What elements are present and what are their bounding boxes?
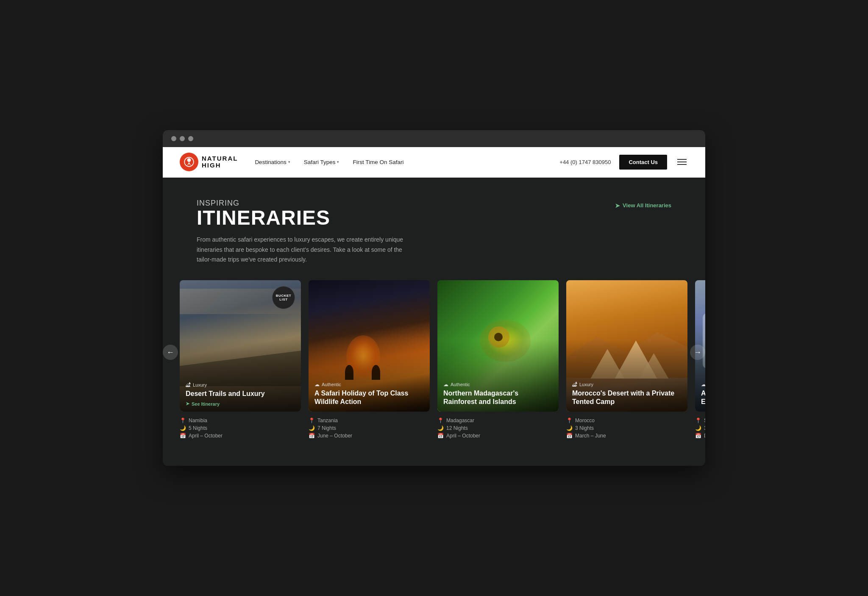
card-meta: 📍 Tanzania 🌙 7 Nights 📅 June – October <box>309 418 430 439</box>
section-header-left: INSPIRING ITINERARIES From authentic saf… <box>197 199 404 265</box>
nights-row: 🌙 7 Nights <box>309 425 430 431</box>
moon-icon: 🌙 <box>309 425 315 431</box>
location-row: 📍 Madagascar <box>437 418 559 423</box>
carousel-wrapper: ← → BUCKETLIST <box>163 280 705 440</box>
phone-number: +44 (0) 1747 830950 <box>559 159 611 165</box>
card-title: Morocco's Desert with a Private Tented C… <box>572 389 682 407</box>
location-icon: 📍 <box>309 418 315 423</box>
moon-icon: 🌙 <box>437 425 444 431</box>
see-itinerary-link[interactable]: ➤ See Itinerary <box>186 401 295 407</box>
season-row: 📅 March – June <box>566 433 687 439</box>
itinerary-card-lapland: ☁ Authentic Arctic Dogs Expedition 📍 Swe… <box>695 280 705 440</box>
calendar-icon: 📅 <box>695 433 701 439</box>
location-icon: 📍 <box>437 418 444 423</box>
season-row: 📅 June – October <box>309 433 430 439</box>
nights-row: 🌙 3 Nights <box>695 425 705 431</box>
authentic-icon: ☁ <box>443 382 448 387</box>
carousel-track: BUCKETLIST 🏕 Luxury Desert Trails and Lu… <box>163 280 705 440</box>
location-icon: 📍 <box>180 418 186 423</box>
card-image-madagascar: ☁ Authentic Northern Madagascar's Rainfo… <box>437 280 559 412</box>
authentic-icon: ☁ <box>701 382 705 387</box>
card-meta: 📍 Swedish Lapland 🌙 3 Nights 📅 December … <box>695 418 705 439</box>
card-type: ☁ Authentic <box>443 382 553 387</box>
location-icon: 📍 <box>695 418 701 423</box>
badge-text: BUCKETLIST <box>276 294 291 302</box>
card-title: Arctic Dogs Expedition <box>701 389 705 407</box>
svg-point-0 <box>187 159 191 162</box>
logo[interactable]: NATURAL HIGH <box>180 153 238 171</box>
chevron-down-icon: ▾ <box>288 160 290 164</box>
browser-dot-3 <box>188 136 193 141</box>
moon-icon: 🌙 <box>180 425 186 431</box>
season-row: 📅 December – April <box>695 433 705 439</box>
card-overlay: 🏕 Luxury Desert Trails and Luxury ➤ See … <box>180 377 301 412</box>
card-image-namibia: BUCKETLIST 🏕 Luxury Desert Trails and Lu… <box>180 280 301 412</box>
arrow-right-icon: ➤ <box>615 202 620 209</box>
carousel-prev-button[interactable]: ← <box>163 345 178 360</box>
calendar-icon: 📅 <box>566 433 573 439</box>
location-row: 📍 Tanzania <box>309 418 430 423</box>
card-overlay: 🏕 Luxury Morocco's Desert with a Private… <box>566 376 687 412</box>
calendar-icon: 📅 <box>180 433 186 439</box>
nights-row: 🌙 12 Nights <box>437 425 559 431</box>
location-row: 📍 Namibia <box>180 418 301 423</box>
nav-links: Destinations ▾ Safari Types ▾ First Time… <box>255 159 559 165</box>
itinerary-card-tanzania: ☁ Authentic A Safari Holiday of Top Clas… <box>309 280 430 440</box>
nav-destinations[interactable]: Destinations ▾ <box>255 159 290 165</box>
card-image-morocco: 🏕 Luxury Morocco's Desert with a Private… <box>566 280 687 412</box>
season-row: 📅 April – October <box>437 433 559 439</box>
card-type: 🏕 Luxury <box>186 382 295 388</box>
section-header: INSPIRING ITINERARIES From authentic saf… <box>197 199 671 265</box>
browser-dot-2 <box>180 136 185 141</box>
hamburger-menu[interactable] <box>676 157 688 167</box>
location-icon: 📍 <box>566 418 573 423</box>
nights-row: 🌙 3 Nights <box>566 425 687 431</box>
section-title: ITINERARIES <box>197 208 404 228</box>
itinerary-card-morocco: 🏕 Luxury Morocco's Desert with a Private… <box>566 280 687 440</box>
authentic-icon: ☁ <box>314 382 320 387</box>
moon-icon: 🌙 <box>695 425 701 431</box>
itinerary-card-namibia: BUCKETLIST 🏕 Luxury Desert Trails and Lu… <box>180 280 301 440</box>
itinerary-card-madagascar: ☁ Authentic Northern Madagascar's Rainfo… <box>437 280 559 440</box>
moon-icon: 🌙 <box>566 425 573 431</box>
nav-safari-types[interactable]: Safari Types ▾ <box>304 159 339 165</box>
browser-window: NATURAL HIGH Destinations ▾ Safari Types… <box>163 130 705 466</box>
card-overlay: ☁ Authentic A Safari Holiday of Top Clas… <box>309 376 430 412</box>
season-row: 📅 April – October <box>180 433 301 439</box>
location-row: 📍 Swedish Lapland <box>695 418 705 423</box>
contact-button[interactable]: Contact Us <box>619 155 667 170</box>
card-overlay: ☁ Authentic Arctic Dogs Expedition <box>695 376 705 412</box>
section-description: From authentic safari experiences to lux… <box>197 235 404 265</box>
luxury-icon: 🏕 <box>572 382 577 387</box>
logo-svg <box>184 156 195 167</box>
hamburger-line <box>677 164 687 165</box>
card-meta: 📍 Madagascar 🌙 12 Nights 📅 April – Octob… <box>437 418 559 439</box>
luxury-icon: 🏕 <box>186 382 191 388</box>
bucket-list-badge: BUCKETLIST <box>272 286 295 309</box>
card-title: Northern Madagascar's Rainforest and Isl… <box>443 389 553 407</box>
calendar-icon: 📅 <box>309 433 315 439</box>
card-title: A Safari Holiday of Top Class Wildlife A… <box>314 389 424 407</box>
card-overlay: ☁ Authentic Northern Madagascar's Rainfo… <box>437 376 559 412</box>
view-all-button[interactable]: ➤ View All Itineraries <box>615 202 671 209</box>
card-image-tanzania: ☁ Authentic A Safari Holiday of Top Clas… <box>309 280 430 412</box>
logo-text: NATURAL HIGH <box>202 155 238 169</box>
logo-icon <box>180 153 198 171</box>
card-type: ☁ Authentic <box>314 382 424 387</box>
carousel-next-button[interactable]: → <box>690 345 705 360</box>
navbar: NATURAL HIGH Destinations ▾ Safari Types… <box>163 147 705 178</box>
nav-first-time[interactable]: First Time On Safari <box>353 159 403 165</box>
main-content: INSPIRING ITINERARIES From authentic saf… <box>163 178 705 466</box>
arrow-left-icon: ← <box>167 348 174 357</box>
nav-right: +44 (0) 1747 830950 Contact Us <box>559 155 688 170</box>
card-type: 🏕 Luxury <box>572 382 682 387</box>
card-meta: 📍 Namibia 🌙 5 Nights 📅 April – October <box>180 418 301 439</box>
nights-row: 🌙 5 Nights <box>180 425 301 431</box>
card-title: Desert Trails and Luxury <box>186 390 295 398</box>
section-inner: INSPIRING ITINERARIES From authentic saf… <box>180 199 688 265</box>
location-row: 📍 Morocco <box>566 418 687 423</box>
arrow-icon: ➤ <box>186 401 189 407</box>
hamburger-line <box>677 162 687 162</box>
arrow-right-icon: → <box>694 348 701 357</box>
hamburger-line <box>677 159 687 160</box>
